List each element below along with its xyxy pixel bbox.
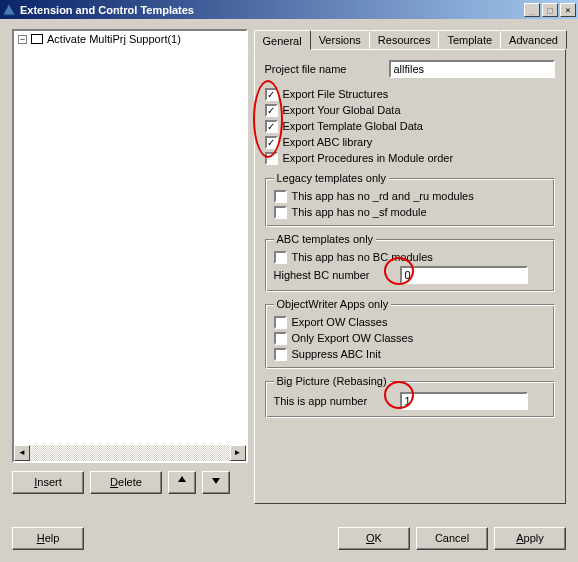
checkbox-export-procedures[interactable] — [265, 152, 278, 165]
app-number-input[interactable] — [400, 392, 528, 410]
scroll-right-button[interactable]: ► — [230, 445, 246, 461]
project-file-input[interactable] — [389, 60, 556, 78]
check-label: This app has no BC modules — [292, 251, 433, 263]
check-label: This app has no _sf module — [292, 206, 427, 218]
delete-label: elete — [118, 476, 142, 488]
scroll-left-button[interactable]: ◄ — [14, 445, 30, 461]
svg-marker-2 — [212, 478, 220, 484]
group-abc: ABC templates only This app has no BC mo… — [265, 233, 556, 292]
cancel-button[interactable]: Cancel — [416, 527, 488, 550]
checkbox-export-global-data[interactable]: ✓ — [265, 104, 278, 117]
checkbox-export-template-global[interactable]: ✓ — [265, 120, 278, 133]
group-objectwriter: ObjectWriter Apps only Export OW Classes… — [265, 298, 556, 369]
checkbox-export-ow[interactable] — [274, 316, 287, 329]
highest-bc-label: Highest BC number — [274, 269, 394, 281]
maximize-button[interactable]: □ — [542, 3, 558, 17]
checkbox-no-rd-ru[interactable] — [274, 190, 287, 203]
minimize-button[interactable]: _ — [524, 3, 540, 17]
tree-item-label: Activate MultiPrj Support(1) — [47, 33, 181, 45]
group-big-picture: Big Picture (Rebasing) This is app numbe… — [265, 375, 556, 418]
tab-body-general: Project file name ✓Export File Structure… — [254, 49, 567, 504]
template-tree[interactable]: − Activate MultiPrj Support(1) ◄ ► — [12, 29, 248, 463]
group-legend: Big Picture (Rebasing) — [274, 375, 390, 387]
check-label: Export Procedures in Module order — [283, 152, 454, 164]
highest-bc-input[interactable] — [400, 266, 528, 284]
move-up-button[interactable] — [168, 471, 196, 494]
scrollbar-horizontal[interactable]: ◄ ► — [14, 445, 246, 461]
checkbox-export-abc-library[interactable]: ✓ — [265, 136, 278, 149]
check-label: Suppress ABC Init — [292, 348, 381, 360]
tree-item[interactable]: − Activate MultiPrj Support(1) — [14, 31, 246, 47]
group-legend: ABC templates only — [274, 233, 377, 245]
checkbox-no-bc[interactable] — [274, 251, 287, 264]
help-button[interactable]: Help — [12, 527, 84, 550]
check-label: This app has no _rd and _ru modules — [292, 190, 474, 202]
group-legacy: Legacy templates only This app has no _r… — [265, 172, 556, 227]
help-label: elp — [45, 532, 60, 544]
tab-template[interactable]: Template — [438, 30, 501, 49]
tree-expand-icon[interactable]: − — [18, 35, 27, 44]
tab-resources[interactable]: Resources — [369, 30, 440, 49]
project-file-label: Project file name — [265, 63, 383, 75]
check-label: Export Template Global Data — [283, 120, 423, 132]
tab-general[interactable]: General — [254, 30, 311, 50]
move-down-button[interactable] — [202, 471, 230, 494]
tab-advanced[interactable]: Advanced — [500, 30, 567, 49]
svg-marker-1 — [178, 476, 186, 482]
tree-node-icon — [31, 34, 43, 44]
apply-button[interactable]: Apply — [494, 527, 566, 550]
insert-label: nsert — [37, 476, 61, 488]
delete-button[interactable]: Delete — [90, 471, 162, 494]
check-label: Export Your Global Data — [283, 104, 401, 116]
check-label: Export ABC library — [283, 136, 373, 148]
ok-label: K — [375, 532, 382, 544]
checkbox-suppress-abc-init[interactable] — [274, 348, 287, 361]
checkbox-export-file-structures[interactable]: ✓ — [265, 88, 278, 101]
tab-panel: General Versions Resources Template Adva… — [254, 29, 567, 503]
tab-versions[interactable]: Versions — [310, 30, 370, 49]
check-label: Export File Structures — [283, 88, 389, 100]
app-number-label: This is app number — [274, 395, 394, 407]
ok-button[interactable]: OK — [338, 527, 410, 550]
insert-button[interactable]: Insert — [12, 471, 84, 494]
check-label: Only Export OW Classes — [292, 332, 414, 344]
group-legend: Legacy templates only — [274, 172, 389, 184]
scroll-track[interactable] — [30, 445, 230, 461]
svg-marker-0 — [3, 4, 15, 15]
checkbox-no-sf[interactable] — [274, 206, 287, 219]
titlebar: Extension and Control Templates _ □ × — [0, 0, 578, 19]
group-legend: ObjectWriter Apps only — [274, 298, 392, 310]
apply-label: pply — [524, 532, 544, 544]
close-button[interactable]: × — [560, 3, 576, 17]
checkbox-only-export-ow[interactable] — [274, 332, 287, 345]
check-label: Export OW Classes — [292, 316, 388, 328]
app-icon — [2, 3, 16, 17]
window-title: Extension and Control Templates — [20, 4, 524, 16]
